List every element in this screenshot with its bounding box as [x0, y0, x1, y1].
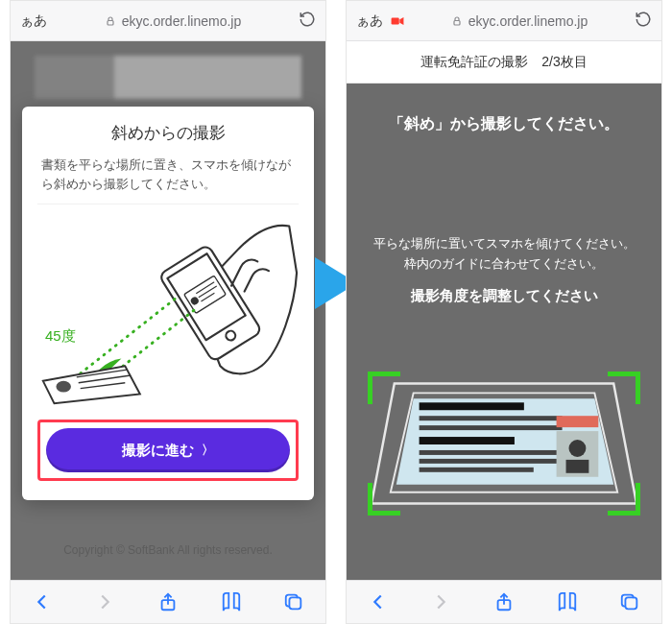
reload-button[interactable] — [299, 11, 316, 31]
browser-url-bar: ぁあ ekyc.order.linemo.jp — [11, 1, 325, 41]
svg-point-4 — [191, 297, 199, 304]
lock-icon — [451, 15, 463, 27]
svg-rect-26 — [420, 425, 563, 430]
address-display[interactable]: ekyc.order.linemo.jp — [412, 13, 627, 29]
browser-toolbar — [11, 580, 325, 623]
svg-rect-29 — [420, 459, 572, 464]
chevron-left-icon — [368, 591, 389, 612]
forward-button[interactable] — [86, 588, 123, 616]
adjust-angle-warning: 撮影角度を調整してください — [347, 287, 661, 305]
instruction-headline: 「斜め」から撮影してください。 — [347, 114, 661, 134]
chevron-left-icon — [32, 591, 53, 612]
url-text: ekyc.order.linemo.jp — [122, 13, 242, 29]
back-button[interactable] — [360, 588, 396, 616]
reload-icon — [299, 11, 316, 28]
svg-point-11 — [57, 382, 70, 392]
svg-rect-36 — [626, 597, 637, 609]
svg-rect-30 — [420, 468, 534, 472]
instruction-subtext: 平らな場所に置いてスマホを傾けてください。 枠内のガイドに合わせてください。 — [347, 234, 661, 276]
bookmarks-button[interactable] — [213, 588, 250, 616]
share-button[interactable] — [150, 588, 186, 616]
page-viewport: 運転免許証の撮影 2/3枚目 「斜め」から撮影してください。 平らな場所に置いて… — [347, 41, 661, 580]
bookmarks-button[interactable] — [549, 588, 586, 616]
text-size-control[interactable]: ぁあ — [356, 12, 383, 30]
svg-rect-24 — [420, 402, 524, 410]
svg-rect-18 — [392, 17, 399, 24]
browser-url-bar: ぁあ ekyc.order.linemo.jp — [347, 1, 661, 41]
capture-step-title: 運転免許証の撮影 — [420, 54, 528, 71]
guide-corner-tr — [608, 372, 640, 404]
back-button[interactable] — [24, 588, 60, 616]
tabs-icon — [619, 591, 640, 612]
phone-screenshot-right: ぁあ ekyc.order.linemo.jp 運転免許証の撮影 2/3枚目 「… — [346, 0, 662, 624]
camera-preview-area: 「斜め」から撮影してください。 平らな場所に置いてスマホを傾けてください。 枠内… — [347, 84, 661, 580]
chevron-right-icon — [94, 591, 115, 612]
tabs-button[interactable] — [612, 588, 648, 616]
svg-rect-0 — [108, 20, 113, 25]
address-display[interactable]: ekyc.order.linemo.jp — [55, 13, 291, 29]
svg-rect-33 — [566, 460, 589, 473]
proceed-to-capture-button[interactable]: 撮影に進む 〉 — [46, 428, 290, 472]
modal-description: 書類を平らな場所に置き、スマホを傾けながら斜めから撮影してください。 — [37, 156, 299, 204]
instruction-modal: 斜めからの撮影 書類を平らな場所に置き、スマホを傾けながら斜めから撮影してくださ… — [22, 107, 314, 500]
capture-step-header: 運転免許証の撮影 2/3枚目 — [347, 41, 661, 84]
svg-rect-16 — [290, 597, 301, 609]
cta-label: 撮影に進む — [122, 442, 194, 460]
guide-corner-bl — [368, 483, 400, 516]
angle-degree-label: 45度 — [45, 327, 76, 346]
lock-icon — [105, 15, 116, 27]
book-icon — [220, 591, 243, 612]
page-viewport: Copyright © SoftBank All rights reserved… — [11, 41, 325, 580]
share-icon — [493, 590, 515, 613]
copyright-text: Copyright © SoftBank All rights reserved… — [11, 543, 325, 557]
svg-rect-27 — [420, 437, 515, 444]
svg-point-32 — [569, 440, 587, 457]
camera-recording-icon — [391, 15, 404, 27]
capture-step-counter: 2/3枚目 — [541, 54, 587, 71]
modal-title: 斜めからの撮影 — [37, 122, 299, 144]
forward-button[interactable] — [422, 588, 459, 616]
phone-screenshot-left: ぁあ ekyc.order.linemo.jp Copyright © Soft… — [10, 0, 326, 624]
guide-corner-br — [608, 483, 640, 516]
book-icon — [556, 591, 579, 612]
chevron-right-icon — [430, 591, 451, 612]
tabs-icon — [283, 591, 304, 612]
guide-corner-tl — [368, 372, 400, 404]
reload-icon — [635, 11, 652, 28]
svg-rect-28 — [420, 450, 572, 455]
reload-button[interactable] — [635, 11, 652, 31]
text-size-control[interactable]: ぁあ — [20, 12, 47, 30]
tabs-button[interactable] — [276, 588, 312, 616]
screen-recording-indicator[interactable] — [391, 15, 404, 27]
svg-marker-19 — [399, 16, 403, 24]
cta-highlight-box: 撮影に進む 〉 — [37, 420, 299, 481]
share-button[interactable] — [486, 588, 522, 616]
svg-rect-20 — [454, 20, 460, 25]
svg-rect-25 — [420, 416, 563, 420]
capture-guide-frame — [368, 372, 640, 516]
angle-illustration: 45度 — [37, 214, 299, 406]
share-icon — [157, 590, 179, 613]
chevron-right-icon: 〉 — [202, 442, 214, 459]
url-text: ekyc.order.linemo.jp — [468, 13, 588, 29]
svg-rect-34 — [557, 416, 599, 427]
browser-toolbar — [347, 580, 661, 623]
